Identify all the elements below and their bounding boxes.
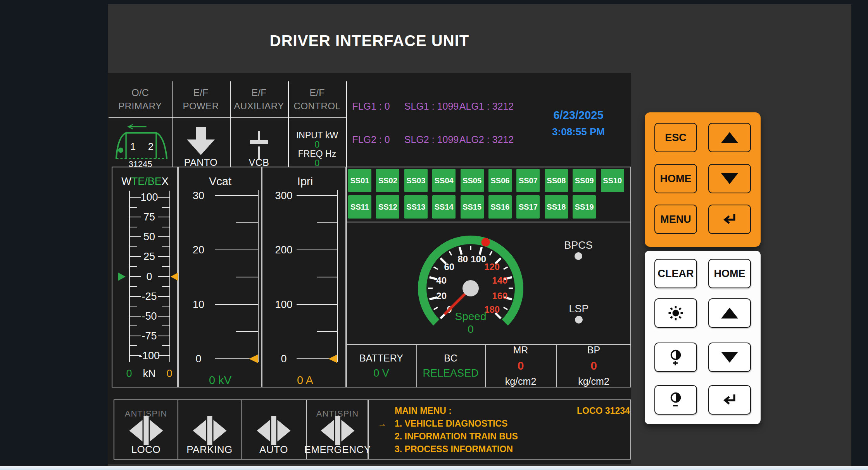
ss-panel-divider xyxy=(346,222,631,222)
ss-button-ss03[interactable]: SS03 xyxy=(404,169,428,192)
status-line: kg/cm2 xyxy=(578,376,609,387)
wte-major-tick xyxy=(158,236,170,237)
wte-major-tick xyxy=(129,355,141,356)
tab-e-f-control[interactable]: E/FCONTROL xyxy=(288,81,346,117)
tab-label-line2: POWER xyxy=(183,101,219,112)
speedometer-tick-label: 60 xyxy=(444,262,454,272)
gauge-major-tick xyxy=(215,195,258,196)
esc-button[interactable]: ESC xyxy=(654,123,697,152)
wte-minor-tick xyxy=(129,266,137,267)
ss-button-ss13[interactable]: SS13 xyxy=(404,195,428,219)
gauge-scale-label: 0 xyxy=(195,353,201,364)
brake-cell-divider xyxy=(178,400,178,459)
gauge-title: Vcat xyxy=(209,176,231,187)
contrast-plus-icon xyxy=(667,348,685,366)
speedometer-tick-label: 120 xyxy=(484,262,500,272)
gauge-minor-tick xyxy=(236,331,258,332)
home-button[interactable]: HOME xyxy=(654,164,697,193)
brake-left-arrow-icon xyxy=(257,420,270,441)
speedometer-limit-marker-icon xyxy=(481,238,490,246)
ss-button-ss17[interactable]: SS17 xyxy=(516,195,540,219)
wte-scale-label: -25 xyxy=(142,291,157,301)
vcat-gauge: Vcat30201000 kV xyxy=(178,167,262,387)
wte-minor-tick xyxy=(162,286,170,287)
wte-minor-tick xyxy=(129,306,137,306)
triangle-down-icon xyxy=(721,348,739,366)
status-line: 0 V xyxy=(373,367,389,379)
wte-minor-tick xyxy=(162,266,170,267)
ss-button-ss14[interactable]: SS14 xyxy=(432,195,456,219)
wte-scale-label: -75 xyxy=(142,331,157,341)
menu-item-2[interactable]: 2. INFORMATION TRAIN BUS xyxy=(395,432,518,441)
ss-button-ss11[interactable]: SS11 xyxy=(348,195,371,219)
ss-button-ss04[interactable]: SS04 xyxy=(432,169,456,192)
ss-button-ss06[interactable]: SS06 xyxy=(488,169,512,192)
speedometer-tick xyxy=(434,307,438,310)
gauge-marker-icon xyxy=(328,355,337,363)
gauge-major-tick xyxy=(215,304,258,305)
battery-row-divider xyxy=(346,344,631,345)
home-button[interactable]: HOME xyxy=(708,259,751,288)
enter-button[interactable] xyxy=(708,205,751,234)
ss-button-ss10[interactable]: SS10 xyxy=(601,169,624,192)
wte-major-tick xyxy=(158,217,170,217)
ss-button-ss15[interactable]: SS15 xyxy=(461,195,484,219)
menu-button[interactable]: MENU xyxy=(654,205,697,234)
speedometer-tick xyxy=(504,267,507,269)
speedometer-tick xyxy=(430,277,437,279)
tab-e-f-power[interactable]: E/FPOWER xyxy=(172,81,230,117)
gauge-minor-tick xyxy=(317,331,337,332)
status-line: MR xyxy=(513,344,528,356)
tab-e-f-auxiliary[interactable]: E/FAUXILIARY xyxy=(230,81,288,117)
row-divider xyxy=(109,117,346,118)
tab-label-line1: E/F xyxy=(193,87,209,98)
brightness-button[interactable] xyxy=(654,298,697,328)
menu-item-3[interactable]: 3. PROCESS INFORMATION xyxy=(395,445,513,454)
menu-item-1[interactable]: 1. VEHICLE DIAGNOSTICS xyxy=(395,419,507,428)
triangle-up-button[interactable] xyxy=(708,298,751,328)
column-divider xyxy=(288,81,289,167)
ss-button-ss02[interactable]: SS02 xyxy=(376,169,399,192)
key-label: HOME xyxy=(660,173,692,185)
speedometer-tick xyxy=(504,307,507,310)
ss-button-ss19[interactable]: SS19 xyxy=(573,195,596,219)
ss-button-ss07[interactable]: SS07 xyxy=(516,169,540,192)
wte-major-tick xyxy=(129,336,141,336)
wte-scale-label: 0 xyxy=(146,271,152,282)
triangle-up-button[interactable] xyxy=(708,123,751,152)
enter-button[interactable] xyxy=(708,385,751,415)
speedometer-tick xyxy=(434,267,438,269)
ss-button-ss18[interactable]: SS18 xyxy=(545,195,568,219)
wte-bottom-value: 0 xyxy=(166,368,172,379)
gauge-rail xyxy=(258,190,259,362)
taskbar[interactable] xyxy=(0,466,868,470)
telemetry-slg1: SLG1 : 1099 xyxy=(404,102,459,111)
contrast-plus-button[interactable] xyxy=(654,343,697,372)
wte-major-tick xyxy=(129,296,141,297)
brake-release-icon xyxy=(321,416,354,445)
contrast-minus-button[interactable] xyxy=(654,385,697,415)
loco-cab2-number: 2 xyxy=(148,141,154,152)
gauge-scale-label: 30 xyxy=(193,191,204,201)
brake-left-arrow-icon xyxy=(193,420,206,441)
ss-button-ss09[interactable]: SS09 xyxy=(573,169,596,192)
ss-button-ss08[interactable]: SS08 xyxy=(545,169,568,192)
triangle-down-icon xyxy=(721,170,739,188)
ss-button-ss16[interactable]: SS16 xyxy=(488,195,512,219)
clear-button[interactable]: CLEAR xyxy=(654,259,697,288)
wte-title-part: X xyxy=(162,176,169,187)
brake-left-arrow-icon xyxy=(321,420,334,441)
key-label: ESC xyxy=(665,132,687,144)
speedometer-tick-label: 20 xyxy=(436,291,447,301)
triangle-down-button[interactable] xyxy=(708,164,751,193)
input-line-0: INPUT kW xyxy=(296,131,338,140)
triangle-down-button[interactable] xyxy=(708,343,751,372)
ss-button-ss01[interactable]: SS01 xyxy=(348,169,371,192)
menu-selection-arrow-icon: → xyxy=(378,419,387,428)
gauge-minor-tick xyxy=(317,277,337,277)
loco-cab1-number: 1 xyxy=(130,141,136,152)
ss-button-ss05[interactable]: SS05 xyxy=(461,169,484,192)
brake-cell-label-loco: LOCO xyxy=(131,444,161,455)
tab-o-c-primary[interactable]: O/CPRIMARY xyxy=(109,81,172,117)
ss-button-ss12[interactable]: SS12 xyxy=(376,195,399,219)
